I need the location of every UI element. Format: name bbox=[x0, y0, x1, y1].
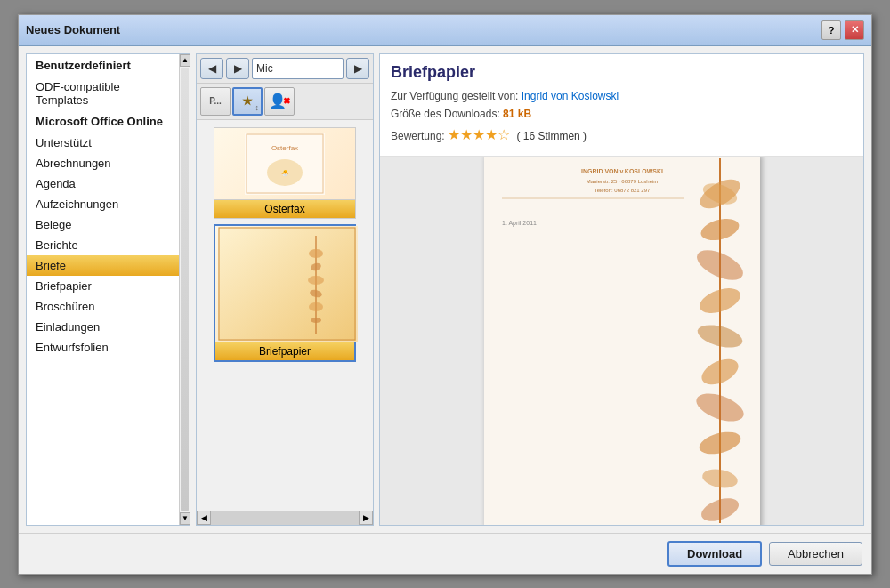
template-title: Briefpapier bbox=[391, 63, 853, 82]
template-list: Osterfax 🐣 Osterfax bbox=[197, 120, 373, 511]
left-scrollbar[interactable]: ▲ ▼ bbox=[179, 54, 190, 525]
svg-text:Telefon: 06872 821 297: Telefon: 06872 821 297 bbox=[594, 188, 650, 193]
download-button[interactable]: Download bbox=[668, 541, 762, 567]
middle-toolbar: ◀ ▶ Mic ▶ bbox=[197, 54, 373, 84]
h-scroll-track[interactable] bbox=[211, 511, 359, 525]
template-meta: Zur Verfügung gestellt von: Ingrid von K… bbox=[391, 87, 853, 148]
right-preview-area: INGRID VON v.KOSLOWSKI Manierstr. 25 · 6… bbox=[380, 157, 863, 524]
category-list: Benutzerdefiniert ODF-compatible Templat… bbox=[27, 54, 179, 525]
sidebar-item-odf[interactable]: ODF-compatible Templates bbox=[27, 77, 179, 110]
briefpapier-label: Briefpapier bbox=[215, 342, 354, 360]
template-icon-toolbar: P... ★ ↕ 👤✖ bbox=[197, 84, 373, 120]
preview-svg: INGRID VON v.KOSLOWSKI Manierstr. 25 · 6… bbox=[484, 157, 760, 524]
template-item-briefpapier[interactable]: Briefpapier bbox=[214, 224, 356, 362]
scroll-down-arrow[interactable]: ▼ bbox=[180, 512, 190, 525]
bottom-bar: Download Abbrechen bbox=[19, 533, 871, 574]
briefpapier-thumb-svg bbox=[218, 227, 356, 341]
sidebar-item-entwurfsfolien[interactable]: Entwurfsfolien bbox=[27, 337, 179, 358]
nav-back-button[interactable]: ◀ bbox=[200, 58, 223, 79]
provided-by-label: Zur Verfügung gestellt von: bbox=[391, 90, 522, 102]
svg-text:Manierstr. 25 · 66879 Losheim: Manierstr. 25 · 66879 Losheim bbox=[586, 179, 658, 184]
dialog-title: Neues Dokument bbox=[26, 23, 120, 36]
size-label: Größe des Downloads: bbox=[391, 108, 503, 120]
breadcrumb-text: Mic bbox=[256, 62, 273, 75]
svg-point-12 bbox=[309, 302, 323, 311]
svg-point-8 bbox=[309, 249, 323, 258]
sidebar-item-briefe[interactable]: Briefe bbox=[27, 255, 179, 276]
right-info-section: Briefpapier Zur Verfügung gestellt von: … bbox=[380, 54, 863, 157]
dialog-window: Neues Dokument ? ✕ Benutzerdefiniert ODF… bbox=[18, 14, 872, 575]
template-icon-az[interactable]: ★ ↕ bbox=[232, 87, 263, 116]
title-bar-buttons: ? ✕ bbox=[821, 20, 864, 40]
osterfax-preview-image: Osterfax 🐣 bbox=[214, 128, 355, 199]
middle-panel-templates: ◀ ▶ Mic ▶ P... ★ ↕ 👤✖ bbox=[196, 53, 374, 526]
sidebar-item-belege[interactable]: Belege bbox=[27, 214, 179, 235]
scroll-up-arrow[interactable]: ▲ bbox=[180, 54, 190, 67]
sidebar-item-berichte[interactable]: Berichte bbox=[27, 235, 179, 255]
nav-go-button[interactable]: ▶ bbox=[346, 58, 369, 79]
template-item-osterfax[interactable]: Osterfax 🐣 Osterfax bbox=[214, 127, 356, 219]
breadcrumb-box: Mic bbox=[252, 58, 344, 79]
middle-h-scrollbar[interactable]: ◀ ▶ bbox=[197, 511, 373, 525]
sidebar-item-abrechnungen[interactable]: Abrechnungen bbox=[27, 153, 179, 173]
sidebar-item-unterstuetzt[interactable]: Unterstützt bbox=[27, 133, 179, 153]
cancel-button[interactable]: Abbrechen bbox=[769, 542, 862, 566]
preview-page: INGRID VON v.KOSLOWSKI Manierstr. 25 · 6… bbox=[484, 157, 760, 524]
left-panel-categories: Benutzerdefiniert ODF-compatible Templat… bbox=[26, 53, 190, 526]
help-button[interactable]: ? bbox=[821, 20, 841, 40]
header-benutzerdefiniert: Benutzerdefiniert bbox=[27, 54, 179, 77]
dialog-body: Benutzerdefiniert ODF-compatible Templat… bbox=[19, 46, 871, 533]
title-bar: Neues Dokument ? ✕ bbox=[19, 15, 871, 46]
svg-rect-6 bbox=[218, 227, 356, 341]
briefpapier-preview-image bbox=[215, 226, 358, 342]
sidebar-item-broschuren[interactable]: Broschüren bbox=[27, 296, 179, 317]
scroll-thumb[interactable] bbox=[181, 68, 189, 511]
svg-point-13 bbox=[311, 318, 321, 323]
svg-text:🐣: 🐣 bbox=[281, 169, 289, 177]
right-panel-preview: Briefpapier Zur Verfügung gestellt von: … bbox=[379, 53, 864, 526]
rating-label: Bewertung: bbox=[391, 130, 448, 142]
nav-forward-button[interactable]: ▶ bbox=[226, 58, 249, 79]
close-button[interactable]: ✕ bbox=[845, 20, 864, 40]
template-icon-person[interactable]: 👤✖ bbox=[264, 87, 295, 116]
left-scroll-container: Benutzerdefiniert ODF-compatible Templat… bbox=[27, 54, 190, 525]
template-icon-p[interactable]: P... bbox=[200, 87, 231, 116]
osterfax-label: Osterfax bbox=[214, 199, 355, 218]
svg-point-10 bbox=[308, 276, 324, 285]
vote-count: ( 16 Stimmen ) bbox=[516, 130, 587, 142]
author-name: Ingrid von Koslowski bbox=[522, 90, 619, 102]
sidebar-item-einladungen[interactable]: Einladungen bbox=[27, 317, 179, 337]
osterfax-svg: Osterfax 🐣 bbox=[245, 133, 325, 195]
h-scroll-right-btn[interactable]: ▶ bbox=[359, 511, 373, 525]
sidebar-item-briefpapier[interactable]: Briefpapier bbox=[27, 276, 179, 296]
svg-text:Osterfax: Osterfax bbox=[271, 144, 298, 152]
file-size: 81 kB bbox=[503, 108, 531, 120]
svg-text:1. April 2011: 1. April 2011 bbox=[502, 220, 537, 227]
star-rating: ★★★★☆ bbox=[448, 123, 510, 147]
sidebar-item-agenda[interactable]: Agenda bbox=[27, 173, 179, 194]
svg-text:INGRID VON v.KOSLOWSKI: INGRID VON v.KOSLOWSKI bbox=[580, 168, 662, 174]
sidebar-item-aufzeichnungen[interactable]: Aufzeichnungen bbox=[27, 194, 179, 214]
h-scroll-left-btn[interactable]: ◀ bbox=[197, 511, 211, 525]
header-microsoft: Microsoft Office Online bbox=[27, 110, 179, 133]
